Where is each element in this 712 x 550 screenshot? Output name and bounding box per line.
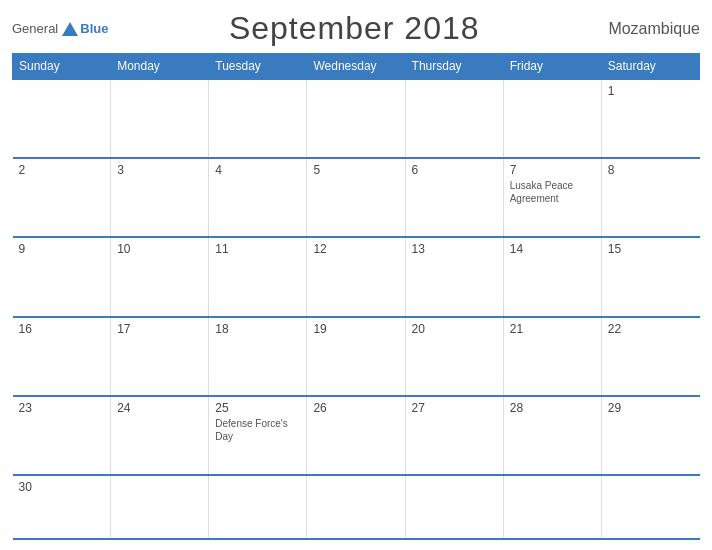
day-number: 10 [117, 242, 202, 256]
weekday-header-friday: Friday [503, 54, 601, 80]
week-row-3: 16171819202122 [13, 317, 700, 396]
calendar-cell: 23 [13, 396, 111, 475]
day-number: 11 [215, 242, 300, 256]
calendar-cell: 3 [111, 158, 209, 237]
calendar-cell [503, 79, 601, 158]
week-row-1: 234567Lusaka Peace Agreement8 [13, 158, 700, 237]
day-number: 23 [19, 401, 105, 415]
weekday-header-thursday: Thursday [405, 54, 503, 80]
calendar-cell: 18 [209, 317, 307, 396]
calendar-cell: 24 [111, 396, 209, 475]
day-number: 19 [313, 322, 398, 336]
week-row-4: 232425Defense Force's Day26272829 [13, 396, 700, 475]
day-number: 3 [117, 163, 202, 177]
day-number: 6 [412, 163, 497, 177]
calendar-cell [405, 475, 503, 539]
calendar-cell: 5 [307, 158, 405, 237]
day-number: 24 [117, 401, 202, 415]
calendar-cell: 30 [13, 475, 111, 539]
logo-blue-text: Blue [80, 21, 108, 36]
day-number: 22 [608, 322, 694, 336]
day-number: 26 [313, 401, 398, 415]
week-row-2: 9101112131415 [13, 237, 700, 316]
calendar-cell: 8 [601, 158, 699, 237]
calendar-cell [111, 475, 209, 539]
calendar-cell: 14 [503, 237, 601, 316]
weekday-header-tuesday: Tuesday [209, 54, 307, 80]
day-number: 18 [215, 322, 300, 336]
calendar-cell: 16 [13, 317, 111, 396]
day-number: 17 [117, 322, 202, 336]
calendar-cell [307, 79, 405, 158]
day-number: 2 [19, 163, 105, 177]
week-row-5: 30 [13, 475, 700, 539]
calendar-cell [209, 79, 307, 158]
day-number: 25 [215, 401, 300, 415]
calendar-table: SundayMondayTuesdayWednesdayThursdayFrid… [12, 53, 700, 540]
day-number: 7 [510, 163, 595, 177]
day-number: 28 [510, 401, 595, 415]
calendar-cell [405, 79, 503, 158]
calendar-cell: 2 [13, 158, 111, 237]
day-number: 14 [510, 242, 595, 256]
calendar-cell: 15 [601, 237, 699, 316]
calendar-cell [503, 475, 601, 539]
calendar-cell: 7Lusaka Peace Agreement [503, 158, 601, 237]
weekday-header-saturday: Saturday [601, 54, 699, 80]
calendar-cell: 9 [13, 237, 111, 316]
event-name: Lusaka Peace Agreement [510, 179, 595, 205]
calendar-cell: 19 [307, 317, 405, 396]
weekday-header-wednesday: Wednesday [307, 54, 405, 80]
day-number: 4 [215, 163, 300, 177]
calendar-cell: 1 [601, 79, 699, 158]
day-number: 30 [19, 480, 105, 494]
calendar-cell: 29 [601, 396, 699, 475]
day-number: 21 [510, 322, 595, 336]
day-number: 16 [19, 322, 105, 336]
event-name: Defense Force's Day [215, 417, 300, 443]
logo: General Blue [12, 21, 108, 36]
calendar-cell: 10 [111, 237, 209, 316]
calendar-cell: 21 [503, 317, 601, 396]
calendar-cell [209, 475, 307, 539]
day-number: 1 [608, 84, 694, 98]
calendar-cell: 4 [209, 158, 307, 237]
logo-triangle-icon [62, 22, 78, 36]
calendar-cell [111, 79, 209, 158]
calendar-cell: 22 [601, 317, 699, 396]
day-number: 8 [608, 163, 694, 177]
day-number: 9 [19, 242, 105, 256]
calendar-cell [307, 475, 405, 539]
calendar-cell: 25Defense Force's Day [209, 396, 307, 475]
day-number: 12 [313, 242, 398, 256]
day-number: 15 [608, 242, 694, 256]
calendar-cell: 28 [503, 396, 601, 475]
weekday-header-row: SundayMondayTuesdayWednesdayThursdayFrid… [13, 54, 700, 80]
logo-general-text: General [12, 21, 58, 36]
day-number: 5 [313, 163, 398, 177]
calendar-cell [601, 475, 699, 539]
calendar-cell: 17 [111, 317, 209, 396]
weekday-header-sunday: Sunday [13, 54, 111, 80]
calendar-cell [13, 79, 111, 158]
day-number: 27 [412, 401, 497, 415]
calendar-cell: 26 [307, 396, 405, 475]
calendar-cell: 13 [405, 237, 503, 316]
month-title: September 2018 [108, 10, 600, 47]
calendar-cell: 11 [209, 237, 307, 316]
calendar-cell: 6 [405, 158, 503, 237]
calendar-cell: 27 [405, 396, 503, 475]
day-number: 20 [412, 322, 497, 336]
calendar-cell: 20 [405, 317, 503, 396]
day-number: 13 [412, 242, 497, 256]
calendar-header: General Blue September 2018 Mozambique [12, 10, 700, 47]
calendar-cell: 12 [307, 237, 405, 316]
day-number: 29 [608, 401, 694, 415]
week-row-0: 1 [13, 79, 700, 158]
country-name: Mozambique [600, 20, 700, 38]
weekday-header-monday: Monday [111, 54, 209, 80]
